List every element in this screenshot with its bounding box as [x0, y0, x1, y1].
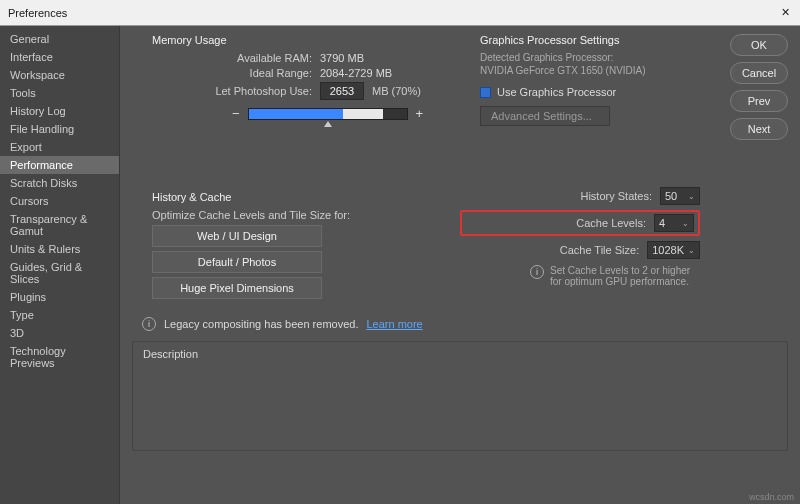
- sidebar-item-scratch-disks[interactable]: Scratch Disks: [0, 174, 119, 192]
- use-gp-label: Use Graphics Processor: [497, 86, 616, 98]
- history-cache-fields: History States: 50⌄ Cache Levels: 4⌄ Cac…: [460, 182, 700, 287]
- cache-levels-label: Cache Levels:: [576, 217, 646, 229]
- titlebar: Preferences ✕: [0, 0, 800, 26]
- use-gp-checkbox[interactable]: Use Graphics Processor: [480, 86, 740, 98]
- cache-tile-size-select[interactable]: 1028K⌄: [647, 241, 700, 259]
- sidebar-item-tools[interactable]: Tools: [0, 84, 119, 102]
- available-ram-value: 3790 MB: [320, 52, 364, 64]
- sidebar-item-history-log[interactable]: History Log: [0, 102, 119, 120]
- gfx-title: Graphics Processor Settings: [480, 34, 740, 46]
- cache-levels-highlight: Cache Levels: 4⌄: [460, 210, 700, 236]
- available-ram-label: Available RAM:: [152, 52, 312, 64]
- default-photos-button[interactable]: Default / Photos: [152, 251, 322, 273]
- sidebar-item-type[interactable]: Type: [0, 306, 119, 324]
- chevron-down-icon: ⌄: [682, 219, 689, 228]
- info-icon: i: [142, 317, 156, 331]
- ideal-range-value: 2084-2729 MB: [320, 67, 392, 79]
- sidebar-item-file-handling[interactable]: File Handling: [0, 120, 119, 138]
- ideal-range-label: Ideal Range:: [152, 67, 312, 79]
- cache-levels-select[interactable]: 4⌄: [654, 214, 694, 232]
- sidebar-item-general[interactable]: General: [0, 30, 119, 48]
- slider-minus-icon[interactable]: −: [232, 106, 240, 121]
- detected-gp-label: Detected Graphics Processor:: [480, 52, 740, 63]
- slider-plus-icon[interactable]: +: [416, 106, 424, 121]
- dialog-body: GeneralInterfaceWorkspaceToolsHistory Lo…: [0, 26, 800, 504]
- sidebar-item-workspace[interactable]: Workspace: [0, 66, 119, 84]
- cache-tile-size-label: Cache Tile Size:: [560, 244, 639, 256]
- learn-more-link[interactable]: Learn more: [366, 318, 422, 330]
- sidebar-item-performance[interactable]: Performance: [0, 156, 119, 174]
- sidebar-item-export[interactable]: Export: [0, 138, 119, 156]
- sidebar-item-cursors[interactable]: Cursors: [0, 192, 119, 210]
- huge-pixel-button[interactable]: Huge Pixel Dimensions: [152, 277, 322, 299]
- sidebar-item-3d[interactable]: 3D: [0, 324, 119, 342]
- sidebar: GeneralInterfaceWorkspaceToolsHistory Lo…: [0, 26, 120, 504]
- chevron-down-icon: ⌄: [688, 192, 695, 201]
- history-states-select[interactable]: 50⌄: [660, 187, 700, 205]
- memory-title: Memory Usage: [152, 34, 492, 46]
- memory-usage-section: Memory Usage Available RAM:3790 MB Ideal…: [152, 34, 492, 121]
- sidebar-item-plugins[interactable]: Plugins: [0, 288, 119, 306]
- chevron-down-icon: ⌄: [688, 246, 695, 255]
- info-icon: i: [530, 265, 544, 279]
- detected-gp-value: NVIDIA GeForce GTX 1650 (NVIDIA): [480, 65, 740, 76]
- watermark: wcsdn.com: [749, 492, 794, 502]
- graphics-processor-section: Graphics Processor Settings Detected Gra…: [480, 34, 740, 126]
- advanced-settings-button[interactable]: Advanced Settings...: [480, 106, 610, 126]
- legacy-compositing-notice: i Legacy compositing has been removed. L…: [142, 317, 788, 331]
- legacy-text: Legacy compositing has been removed.: [164, 318, 358, 330]
- memory-use-unit: MB (70%): [372, 85, 421, 97]
- sidebar-item-technology-previews[interactable]: Technology Previews: [0, 342, 119, 372]
- let-photoshop-use-label: Let Photoshop Use:: [152, 85, 312, 97]
- description-panel: Description: [132, 341, 788, 451]
- checkbox-icon: [480, 87, 491, 98]
- cache-info-text: Set Cache Levels to 2 or higher for opti…: [550, 265, 700, 287]
- sidebar-item-interface[interactable]: Interface: [0, 48, 119, 66]
- main-panel: OK Cancel Prev Next Memory Usage Availab…: [120, 26, 800, 504]
- web-ui-design-button[interactable]: Web / UI Design: [152, 225, 322, 247]
- description-label: Description: [143, 348, 198, 360]
- memory-slider[interactable]: [248, 108, 408, 120]
- sidebar-item-transparency-gamut[interactable]: Transparency & Gamut: [0, 210, 119, 240]
- memory-use-input[interactable]: 2653: [320, 82, 364, 100]
- sidebar-item-units-rulers[interactable]: Units & Rulers: [0, 240, 119, 258]
- sidebar-item-guides-grid-slices[interactable]: Guides, Grid & Slices: [0, 258, 119, 288]
- window-title: Preferences: [8, 7, 67, 19]
- history-states-label: History States:: [580, 190, 652, 202]
- close-icon[interactable]: ✕: [778, 6, 792, 20]
